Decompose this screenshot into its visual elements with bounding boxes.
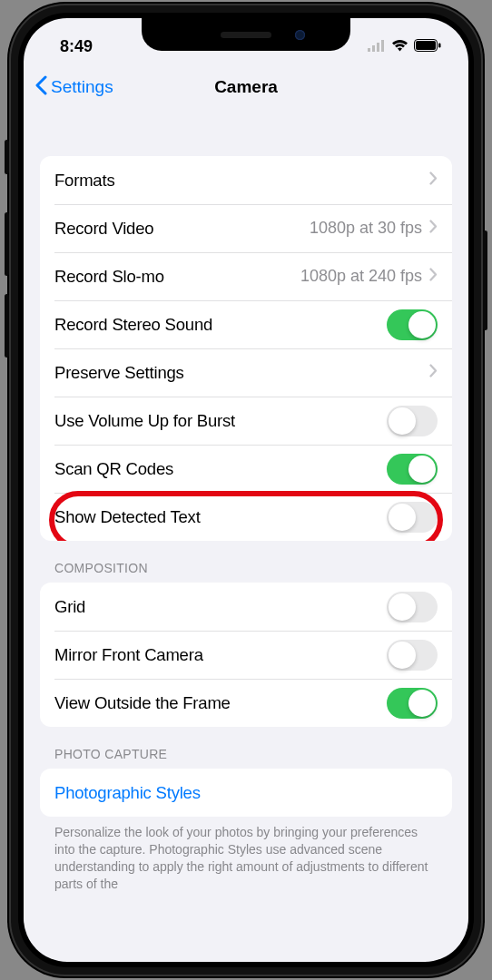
toggle-grid[interactable] bbox=[387, 592, 438, 622]
row-record-video[interactable]: Record Video 1080p at 30 fps bbox=[40, 204, 452, 252]
row-label: Record Video bbox=[54, 219, 310, 239]
chevron-right-icon bbox=[429, 172, 438, 189]
row-value: 1080p at 30 fps bbox=[310, 219, 422, 238]
back-label: Settings bbox=[51, 77, 113, 97]
wifi-icon bbox=[391, 37, 408, 56]
chevron-left-icon bbox=[34, 75, 47, 100]
svg-rect-2 bbox=[377, 43, 379, 52]
section-footer-text: Personalize the look of your photos by b… bbox=[24, 817, 468, 893]
row-label: Record Slo-mo bbox=[54, 267, 300, 287]
settings-group-composition: Grid Mirror Front Camera View Outside th… bbox=[40, 583, 452, 727]
row-view-outside-frame: View Outside the Frame bbox=[40, 679, 452, 727]
svg-rect-5 bbox=[416, 41, 436, 50]
row-preserve-settings[interactable]: Preserve Settings bbox=[40, 348, 452, 397]
settings-group-1: Formats Record Video 1080p at 30 fps Rec… bbox=[40, 156, 452, 541]
section-header-composition: COMPOSITION bbox=[24, 541, 468, 583]
svg-rect-1 bbox=[372, 45, 375, 52]
row-label: Photographic Styles bbox=[54, 783, 438, 803]
row-label: Preserve Settings bbox=[54, 363, 429, 383]
svg-rect-6 bbox=[438, 43, 441, 47]
row-label: Record Stereo Sound bbox=[54, 315, 387, 335]
row-record-slomo[interactable]: Record Slo-mo 1080p at 240 fps bbox=[40, 252, 452, 300]
svg-rect-0 bbox=[368, 48, 370, 52]
status-time: 8:49 bbox=[60, 37, 93, 56]
toggle-scan-qr[interactable] bbox=[387, 454, 438, 485]
toggle-volume-burst[interactable] bbox=[387, 406, 438, 436]
row-mirror-front: Mirror Front Camera bbox=[40, 631, 452, 679]
svg-rect-3 bbox=[381, 40, 384, 52]
row-label: Scan QR Codes bbox=[54, 459, 387, 479]
chevron-right-icon bbox=[429, 364, 438, 381]
content: Formats Record Video 1080p at 30 fps Rec… bbox=[24, 111, 468, 962]
row-label: Mirror Front Camera bbox=[54, 645, 387, 665]
row-stereo-sound: Record Stereo Sound bbox=[40, 300, 452, 348]
row-grid: Grid bbox=[40, 583, 452, 631]
row-volume-burst: Use Volume Up for Burst bbox=[40, 397, 452, 445]
toggle-show-detected-text[interactable] bbox=[387, 502, 438, 533]
row-value: 1080p at 240 fps bbox=[300, 267, 422, 286]
row-label: Grid bbox=[54, 597, 387, 617]
cellular-icon bbox=[368, 37, 386, 56]
nav-bar: Settings Camera bbox=[24, 64, 468, 111]
toggle-stereo-sound[interactable] bbox=[387, 309, 438, 340]
row-formats[interactable]: Formats bbox=[40, 156, 452, 204]
row-label: Formats bbox=[54, 171, 429, 191]
chevron-right-icon bbox=[429, 268, 438, 285]
chevron-right-icon bbox=[429, 220, 438, 237]
row-show-detected-text: Show Detected Text bbox=[40, 493, 452, 541]
row-label: Use Volume Up for Burst bbox=[54, 411, 387, 431]
settings-group-photo-capture: Photographic Styles bbox=[40, 769, 452, 817]
section-header-photo-capture: PHOTO CAPTURE bbox=[24, 727, 468, 769]
row-label: View Outside the Frame bbox=[54, 693, 387, 713]
phone-frame: 8:49 Set bbox=[9, 4, 483, 976]
toggle-mirror-front[interactable] bbox=[387, 640, 438, 671]
notch bbox=[142, 18, 350, 51]
row-scan-qr: Scan QR Codes bbox=[40, 445, 452, 493]
row-photographic-styles[interactable]: Photographic Styles bbox=[40, 769, 452, 817]
back-button[interactable]: Settings bbox=[34, 75, 113, 100]
battery-icon bbox=[414, 37, 441, 56]
toggle-view-outside-frame[interactable] bbox=[387, 688, 438, 719]
row-label: Show Detected Text bbox=[54, 507, 387, 527]
